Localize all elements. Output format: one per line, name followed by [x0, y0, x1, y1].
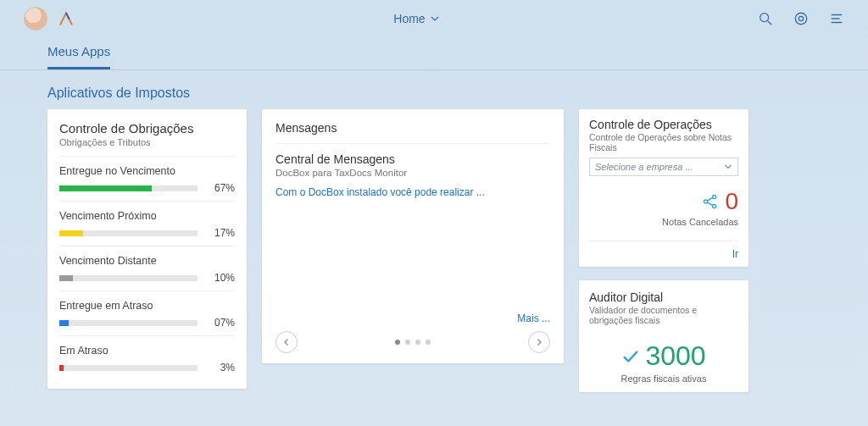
obligation-metric: Vencimento Próximo17% — [59, 201, 235, 246]
chevron-left-icon — [282, 338, 291, 346]
pager-dot[interactable] — [426, 340, 431, 345]
card-obligations: Controle de Obrigações Obrigações e Trib… — [47, 109, 247, 389]
obligation-pct: 10% — [206, 272, 235, 284]
svg-point-7 — [704, 200, 708, 203]
obligation-pct: 07% — [206, 317, 235, 329]
message-item-title: Central de Mensagens — [275, 152, 550, 166]
topbar: Home — [0, 0, 868, 37]
svg-point-3 — [798, 16, 803, 20]
pager-next-button[interactable] — [528, 331, 550, 353]
tabs-bar: Meus Apps — [0, 37, 868, 70]
chevron-down-icon — [724, 163, 732, 171]
activity-icon[interactable] — [793, 11, 809, 26]
share-icon — [701, 192, 720, 211]
messages-more-link[interactable]: Mais ... — [275, 313, 550, 324]
card-obligations-subtitle: Obrigações e Tributos — [59, 137, 235, 147]
auditor-count: 3000 — [645, 340, 705, 372]
pager-dot[interactable] — [415, 340, 420, 345]
obligation-pct: 67% — [206, 182, 235, 194]
svg-point-2 — [795, 13, 807, 25]
pager-dots — [395, 340, 431, 345]
avatar[interactable] — [24, 7, 47, 30]
check-icon — [621, 347, 640, 366]
obligation-label: Entregue em Atraso — [59, 300, 235, 312]
card-auditor: Auditor Digital Validador de documentos … — [579, 280, 748, 392]
card-messages: Mensagens Central de Mensagens DocBox pa… — [262, 109, 564, 363]
card-operations-title: Controle de Operações — [589, 118, 738, 131]
search-icon[interactable] — [758, 11, 773, 26]
obligation-bar — [59, 230, 198, 236]
message-item-link[interactable]: Com o DocBox instalado você pode realiza… — [275, 186, 550, 198]
obligation-label: Vencimento Próximo — [59, 210, 235, 222]
obligation-bar — [59, 365, 198, 371]
operations-count: 0 — [725, 188, 738, 215]
nav-home[interactable]: Home — [75, 12, 758, 25]
pager-dot[interactable] — [405, 340, 410, 345]
obligation-metric: Em Atraso3% — [59, 335, 235, 380]
operations-go-link[interactable]: Ir — [589, 241, 738, 260]
pager-dot[interactable] — [395, 340, 400, 345]
company-select[interactable]: Selecione a empresa ... — [589, 158, 738, 176]
tab-meus-apps[interactable]: Meus Apps — [47, 37, 110, 69]
obligation-metric: Entregue em Atraso07% — [59, 290, 235, 335]
card-operations-subtitle: Controle de Operações sobre Notas Fiscai… — [589, 132, 738, 152]
obligation-label: Em Atraso — [59, 345, 235, 357]
chevron-right-icon — [535, 338, 543, 346]
card-auditor-subtitle: Validador de documentos e obrigações fis… — [589, 305, 738, 325]
svg-point-8 — [713, 195, 716, 198]
nav-home-label: Home — [393, 12, 425, 25]
card-auditor-title: Auditor Digital — [589, 290, 738, 304]
pager-prev-button[interactable] — [275, 331, 298, 353]
obligation-label: Vencimento Distante — [59, 255, 235, 267]
obligation-metric: Entregue no Vencimento67% — [59, 156, 235, 201]
card-messages-title: Mensagens — [275, 121, 550, 135]
obligation-metric: Vencimento Distante10% — [59, 246, 235, 290]
svg-point-9 — [713, 204, 716, 207]
obligation-pct: 17% — [206, 227, 235, 239]
messages-pager — [275, 331, 550, 353]
obligation-label: Entregue no Vencimento — [59, 165, 235, 177]
svg-line-1 — [768, 21, 772, 25]
obligation-pct: 3% — [206, 362, 235, 373]
message-item-subtitle: DocBox para TaxDocs Monitor — [275, 168, 550, 178]
card-operations: Controle de Operações Controle de Operaç… — [579, 109, 748, 267]
card-obligations-title: Controle de Obrigações — [59, 121, 235, 136]
operations-count-label: Notas Canceladas — [589, 217, 738, 227]
obligation-bar — [59, 185, 198, 191]
obligation-bar — [59, 275, 198, 281]
company-select-placeholder: Selecione a empresa ... — [595, 162, 693, 172]
menu-icon[interactable] — [829, 11, 844, 26]
obligation-bar — [59, 320, 198, 326]
svg-line-10 — [708, 197, 713, 201]
svg-line-11 — [708, 202, 713, 206]
section-title: Aplicativos de Impostos — [0, 70, 868, 109]
chevron-down-icon — [431, 14, 439, 23]
svg-point-0 — [760, 14, 769, 22]
auditor-count-label: Regras fiscais ativas — [589, 373, 738, 384]
app-logo — [58, 10, 75, 27]
